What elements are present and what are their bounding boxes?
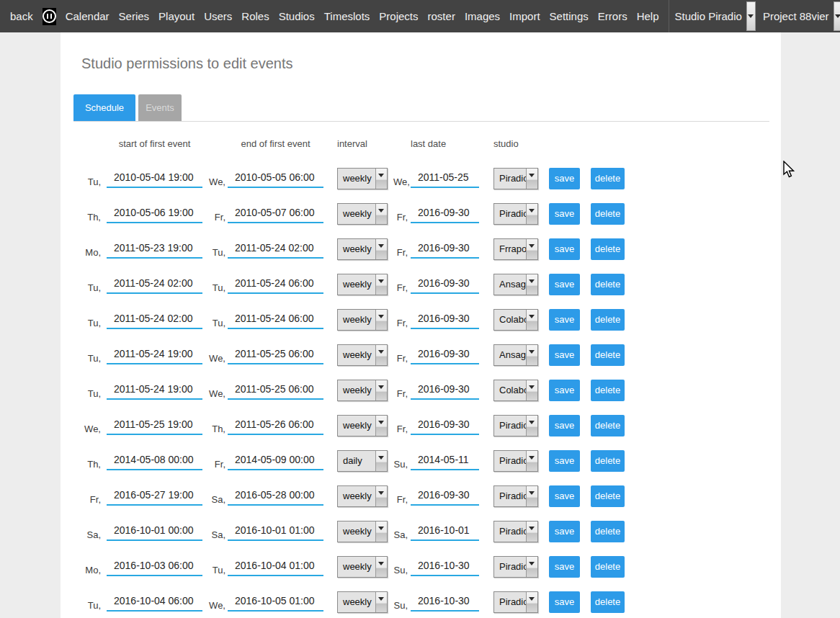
nav-item-calendar[interactable]: Calendar: [66, 10, 110, 22]
delete-button[interactable]: delete: [591, 591, 625, 613]
dropdown-arrow-icon[interactable]: [526, 274, 537, 295]
end-input[interactable]: [228, 487, 323, 506]
last-date-input[interactable]: [411, 346, 479, 364]
studio-select[interactable]: Piradio: [493, 450, 538, 472]
end-input[interactable]: [228, 310, 323, 329]
interval-select[interactable]: weekly: [337, 344, 388, 366]
end-input[interactable]: [228, 452, 323, 470]
save-button[interactable]: save: [549, 591, 580, 613]
interval-select[interactable]: weekly: [337, 274, 388, 295]
dropdown-arrow-icon[interactable]: [375, 169, 387, 189]
interval-select[interactable]: weekly: [337, 556, 388, 578]
save-button[interactable]: save: [549, 450, 580, 472]
last-date-input[interactable]: [411, 557, 479, 576]
save-button[interactable]: save: [549, 521, 580, 542]
interval-select[interactable]: weekly: [337, 309, 388, 331]
last-date-input[interactable]: [411, 275, 479, 294]
tab-events[interactable]: Events: [138, 94, 182, 121]
tab-schedule[interactable]: Schedule: [73, 94, 135, 121]
end-input[interactable]: [228, 381, 323, 400]
studio-select[interactable]: Ansage: [493, 274, 538, 295]
delete-button[interactable]: delete: [591, 415, 625, 436]
delete-button[interactable]: delete: [591, 203, 625, 225]
nav-item-timeslots[interactable]: Timeslots: [324, 10, 370, 22]
start-input[interactable]: [107, 522, 202, 541]
save-button[interactable]: save: [549, 415, 580, 436]
dropdown-arrow-icon[interactable]: [375, 451, 387, 471]
save-button[interactable]: save: [549, 274, 580, 295]
start-input[interactable]: [107, 593, 202, 612]
nav-item-series[interactable]: Series: [119, 10, 150, 22]
delete-button[interactable]: delete: [591, 274, 625, 295]
save-button[interactable]: save: [549, 380, 580, 401]
end-input[interactable]: [228, 275, 323, 294]
interval-select[interactable]: weekly: [337, 203, 388, 225]
interval-select[interactable]: weekly: [337, 521, 388, 542]
save-button[interactable]: save: [549, 556, 580, 578]
dropdown-arrow-icon[interactable]: [526, 310, 537, 330]
start-input[interactable]: [107, 275, 202, 294]
delete-button[interactable]: delete: [591, 380, 625, 401]
delete-button[interactable]: delete: [591, 485, 625, 507]
dropdown-arrow-icon[interactable]: [526, 169, 537, 189]
last-date-input[interactable]: [411, 593, 479, 612]
studio-select[interactable]: Piradio: [493, 168, 538, 189]
dropdown-arrow-icon[interactable]: [375, 204, 387, 224]
save-button[interactable]: save: [549, 344, 580, 366]
start-input[interactable]: [107, 310, 202, 329]
last-date-input[interactable]: [411, 452, 479, 470]
interval-select[interactable]: weekly: [337, 415, 388, 436]
studio-select[interactable]: Colabo: [493, 309, 538, 331]
nav-item-roles[interactable]: Roles: [241, 10, 269, 22]
dropdown-arrow-icon[interactable]: [375, 239, 387, 259]
start-input[interactable]: [107, 557, 202, 576]
studio-select[interactable]: Piradio: [493, 203, 538, 225]
delete-button[interactable]: delete: [591, 168, 625, 189]
dropdown-arrow-icon[interactable]: [375, 521, 387, 542]
end-input[interactable]: [228, 557, 323, 576]
save-button[interactable]: save: [549, 168, 580, 189]
dropdown-arrow-icon[interactable]: [526, 486, 537, 506]
nav-item-help[interactable]: Help: [637, 10, 659, 22]
nav-item-playout[interactable]: Playout: [158, 10, 195, 22]
dropdown-arrow-icon[interactable]: [375, 557, 387, 577]
dropdown-arrow-icon[interactable]: [526, 416, 537, 436]
nav-item-errors[interactable]: Errors: [598, 10, 627, 22]
end-input[interactable]: [228, 240, 323, 259]
end-input[interactable]: [228, 169, 323, 188]
studio-select[interactable]: Frrapo: [493, 238, 538, 260]
dropdown-arrow-icon[interactable]: [834, 1, 840, 31]
interval-select[interactable]: weekly: [337, 238, 388, 260]
delete-button[interactable]: delete: [591, 556, 625, 578]
end-input[interactable]: [228, 205, 323, 223]
last-date-input[interactable]: [411, 381, 479, 400]
start-input[interactable]: [107, 169, 202, 188]
app-logo-icon[interactable]: [43, 8, 56, 25]
studio-select[interactable]: Piradio: [493, 485, 538, 507]
last-date-input[interactable]: [411, 205, 479, 223]
start-input[interactable]: [107, 416, 202, 435]
dropdown-arrow-icon[interactable]: [526, 521, 537, 542]
last-date-input[interactable]: [411, 487, 479, 506]
project-select[interactable]: Project 88vier: [761, 0, 840, 32]
studio-select[interactable]: Studio Piradio: [674, 0, 756, 32]
studio-select[interactable]: Piradio: [493, 591, 538, 613]
nav-item-users[interactable]: Users: [204, 10, 232, 22]
dropdown-arrow-icon[interactable]: [526, 345, 537, 365]
interval-select[interactable]: weekly: [337, 485, 388, 507]
studio-select[interactable]: Piradio: [493, 521, 538, 542]
dropdown-arrow-icon[interactable]: [526, 592, 537, 612]
interval-select[interactable]: weekly: [337, 591, 388, 613]
start-input[interactable]: [107, 487, 202, 506]
save-button[interactable]: save: [549, 309, 580, 331]
studio-select[interactable]: Colabo: [493, 380, 538, 401]
end-input[interactable]: [228, 522, 323, 541]
dropdown-arrow-icon[interactable]: [526, 380, 537, 400]
save-button[interactable]: save: [549, 485, 580, 507]
nav-item-settings[interactable]: Settings: [550, 10, 589, 22]
start-input[interactable]: [107, 452, 202, 470]
nav-item-roster[interactable]: roster: [428, 10, 455, 22]
delete-button[interactable]: delete: [591, 238, 625, 260]
dropdown-arrow-icon[interactable]: [746, 1, 756, 31]
last-date-input[interactable]: [411, 169, 479, 188]
